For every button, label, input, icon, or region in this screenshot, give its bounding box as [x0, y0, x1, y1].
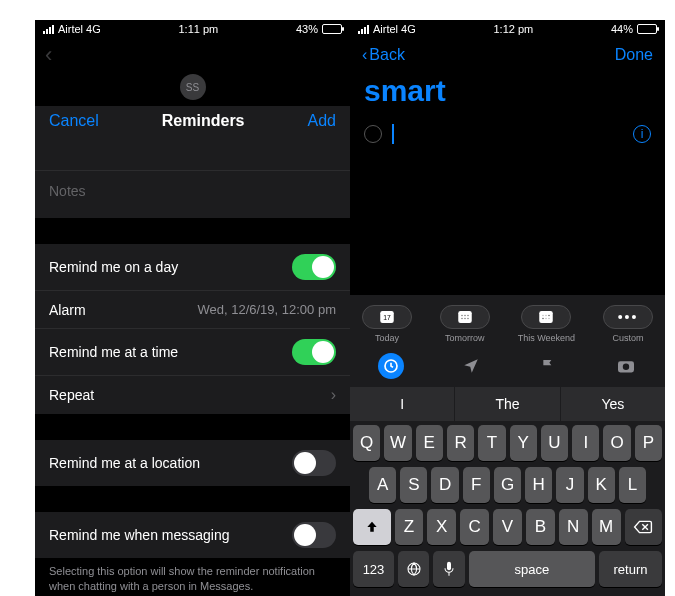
- chip-custom[interactable]: ••• Custom: [603, 305, 653, 343]
- remind-time-row: Remind me at a time: [35, 328, 350, 375]
- svg-text:17: 17: [383, 314, 391, 321]
- reminder-title-input[interactable]: [35, 140, 350, 170]
- key-j[interactable]: J: [556, 467, 583, 503]
- remind-messaging-toggle[interactable]: [292, 522, 336, 548]
- messaging-footnote: Selecting this option will show the remi…: [35, 558, 350, 596]
- quick-action-bar: [350, 347, 665, 387]
- key-b[interactable]: B: [526, 509, 555, 545]
- notes-input[interactable]: Notes: [35, 170, 350, 218]
- key-t[interactable]: T: [478, 425, 505, 461]
- key-x[interactable]: X: [427, 509, 456, 545]
- key-d[interactable]: D: [431, 467, 458, 503]
- chip-custom-label: Custom: [613, 333, 644, 343]
- key-h[interactable]: H: [525, 467, 552, 503]
- pred-1[interactable]: I: [350, 387, 455, 421]
- time-action[interactable]: [378, 353, 404, 379]
- chip-weekend[interactable]: This Weekend: [518, 305, 575, 343]
- pred-2[interactable]: The: [455, 387, 560, 421]
- battery-pct: 43%: [296, 23, 318, 35]
- alarm-value: Wed, 12/6/19, 12:00 pm: [197, 302, 336, 317]
- key-y[interactable]: Y: [510, 425, 537, 461]
- kb-row-1: Q W E R T Y U I O P: [353, 425, 662, 461]
- ellipsis-icon: •••: [618, 309, 639, 325]
- remind-location-toggle[interactable]: [292, 450, 336, 476]
- back-button[interactable]: ‹Back: [362, 46, 405, 64]
- key-f[interactable]: F: [463, 467, 490, 503]
- remind-day-label: Remind me on a day: [49, 259, 178, 275]
- key-g[interactable]: G: [494, 467, 521, 503]
- modal-title: Reminders: [162, 112, 245, 130]
- key-c[interactable]: C: [460, 509, 489, 545]
- key-i[interactable]: I: [572, 425, 599, 461]
- key-n[interactable]: N: [559, 509, 588, 545]
- carrier-label: Airtel 4G: [58, 23, 101, 35]
- location-action[interactable]: [460, 355, 482, 377]
- key-k[interactable]: K: [588, 467, 615, 503]
- key-o[interactable]: O: [603, 425, 630, 461]
- pred-3[interactable]: Yes: [561, 387, 665, 421]
- key-shift[interactable]: [353, 509, 391, 545]
- chevron-left-icon: ‹: [362, 46, 367, 64]
- svg-point-11: [546, 315, 548, 317]
- key-l[interactable]: L: [619, 467, 646, 503]
- chip-today-label: Today: [375, 333, 399, 343]
- chip-today[interactable]: 17 Today: [362, 305, 412, 343]
- kb-row-4: 123 space return: [353, 551, 662, 587]
- key-e[interactable]: E: [416, 425, 443, 461]
- clock-label: 1:11 pm: [179, 23, 219, 35]
- key-r[interactable]: R: [447, 425, 474, 461]
- remind-messaging-row: Remind me when messaging: [35, 512, 350, 558]
- remind-day-toggle[interactable]: [292, 254, 336, 280]
- done-button[interactable]: Done: [615, 46, 653, 64]
- key-globe[interactable]: [398, 551, 430, 587]
- key-space[interactable]: space: [469, 551, 595, 587]
- alarm-label: Alarm: [49, 302, 86, 318]
- kb-row-3: Z X C V B N M: [353, 509, 662, 545]
- info-icon[interactable]: i: [633, 125, 651, 143]
- key-m[interactable]: M: [592, 509, 621, 545]
- new-reminder-row[interactable]: i: [350, 118, 665, 150]
- mic-icon: [443, 561, 455, 577]
- alarm-row[interactable]: Alarm Wed, 12/6/19, 12:00 pm: [35, 290, 350, 328]
- key-s[interactable]: S: [400, 467, 427, 503]
- calendar-tomorrow-icon: [456, 310, 474, 324]
- signal-icon: [43, 25, 54, 34]
- remind-time-toggle[interactable]: [292, 339, 336, 365]
- key-123[interactable]: 123: [353, 551, 394, 587]
- key-backspace[interactable]: [625, 509, 663, 545]
- contact-avatar[interactable]: SS: [180, 74, 206, 100]
- camera-icon: [616, 358, 636, 374]
- key-v[interactable]: V: [493, 509, 522, 545]
- key-a[interactable]: A: [369, 467, 396, 503]
- complete-radio[interactable]: [364, 125, 382, 143]
- modal-navbar: Cancel Reminders Add: [35, 106, 350, 140]
- camera-action[interactable]: [615, 355, 637, 377]
- add-button[interactable]: Add: [308, 112, 336, 130]
- key-p[interactable]: P: [635, 425, 662, 461]
- key-u[interactable]: U: [541, 425, 568, 461]
- svg-point-14: [546, 318, 548, 320]
- svg-point-15: [549, 318, 551, 320]
- key-return[interactable]: return: [599, 551, 662, 587]
- remind-day-row: Remind me on a day: [35, 244, 350, 290]
- location-arrow-icon: [462, 357, 480, 375]
- svg-point-10: [543, 315, 545, 317]
- flag-icon: [540, 358, 556, 374]
- flag-action[interactable]: [537, 355, 559, 377]
- chip-tomorrow[interactable]: Tomorrow: [440, 305, 490, 343]
- chip-tomorrow-label: Tomorrow: [445, 333, 485, 343]
- repeat-row[interactable]: Repeat ›: [35, 375, 350, 414]
- key-w[interactable]: W: [384, 425, 411, 461]
- remind-location-row: Remind me at a location: [35, 440, 350, 486]
- kb-row-2: A S D F G H J K L: [353, 467, 662, 503]
- repeat-label: Repeat: [49, 387, 94, 403]
- key-q[interactable]: Q: [353, 425, 380, 461]
- carrier-label: Airtel 4G: [373, 23, 416, 35]
- signal-icon: [358, 25, 369, 34]
- svg-point-6: [461, 318, 463, 320]
- back-chevron-icon[interactable]: ‹: [35, 38, 350, 72]
- svg-point-18: [623, 364, 629, 370]
- cancel-button[interactable]: Cancel: [49, 112, 99, 130]
- key-mic[interactable]: [433, 551, 465, 587]
- key-z[interactable]: Z: [395, 509, 424, 545]
